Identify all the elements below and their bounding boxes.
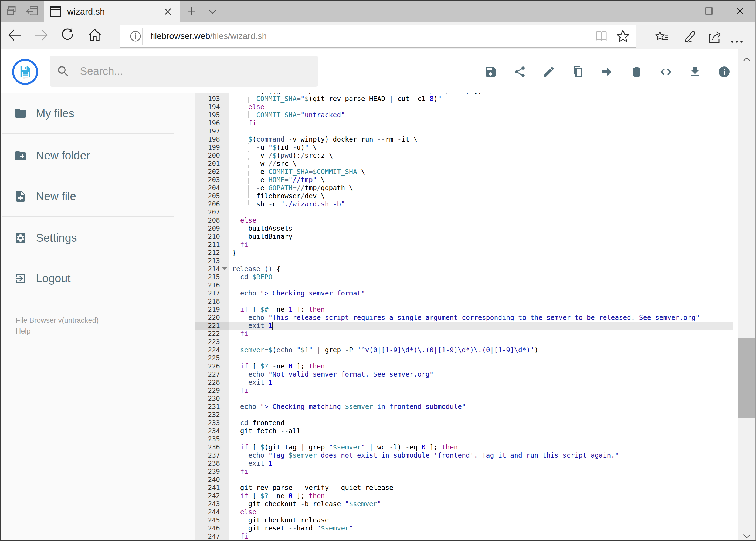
- scroll-down-icon[interactable]: [743, 534, 751, 538]
- code-row: 236 if [ $(git tag | grep "$semver" | wc…: [195, 443, 737, 451]
- code-row: 228 exit 1: [195, 378, 737, 386]
- browser-tab[interactable]: wizard.sh: [44, 1, 180, 22]
- code-row: 199 -u "$(id -u)" \: [195, 144, 737, 152]
- scrollbar-thumb[interactable]: [738, 338, 755, 418]
- refresh-icon[interactable]: [60, 27, 75, 42]
- line-number: 219: [195, 305, 220, 313]
- new-tab-icon[interactable]: [187, 7, 196, 15]
- browser-title-bar: wizard.sh: [0, 0, 756, 22]
- code-line: release () {: [232, 265, 280, 273]
- sidebar-item-new-folder[interactable]: New folder: [0, 147, 177, 164]
- search-icon: [57, 65, 69, 77]
- close-tab-icon[interactable]: [164, 8, 172, 16]
- line-number: 203: [195, 176, 220, 184]
- settings-icon: [14, 232, 27, 245]
- code-line: if [ $? -ne 0 ]; then: [232, 362, 325, 370]
- tab-list-icon[interactable]: [208, 9, 217, 14]
- code-row: 247 fi: [195, 532, 737, 540]
- code-row: 241 git rev-parse --verify --quiet relea…: [195, 484, 737, 492]
- line-number: 204: [195, 184, 220, 192]
- code-row: 195 COMMIT_SHA="untracked": [195, 111, 737, 119]
- sidebar-item-settings[interactable]: Settings: [0, 229, 177, 247]
- share-icon[interactable]: [707, 29, 722, 45]
- code-row: 226 if [ $? -ne 0 ]; then: [195, 362, 737, 370]
- code-line: git checkout -b release "$semver": [232, 500, 381, 508]
- code-row: 232: [195, 411, 737, 419]
- code-line: COMMIT_SHA="untracked": [232, 111, 345, 119]
- line-number: 205: [195, 192, 220, 200]
- tab-title: wizard.sh: [67, 1, 105, 22]
- save-icon[interactable]: [484, 65, 497, 78]
- window-border-left: [0, 0, 1, 541]
- active-line-highlight: [229, 322, 732, 330]
- share-nodes-icon[interactable]: [513, 65, 526, 78]
- code-row: 234 git fetch --all: [195, 427, 737, 435]
- close-window-icon[interactable]: [736, 7, 744, 15]
- web-notes-pen-icon[interactable]: [681, 29, 697, 45]
- text-cursor: [272, 322, 273, 330]
- code-row: 204 -e GOPATH=//tmp/gopath \: [195, 184, 737, 192]
- info-icon[interactable]: [130, 31, 141, 42]
- code-icon[interactable]: [659, 65, 672, 78]
- address-bar[interactable]: filebrowser.web/files/wizard.sh: [120, 25, 636, 48]
- code-line: echo "This release script requires a sin…: [232, 313, 700, 322]
- tab-preview-icon[interactable]: [6, 6, 17, 16]
- line-number: 215: [195, 273, 220, 281]
- line-number: 200: [195, 152, 220, 160]
- sidebar-item-my-files[interactable]: My files: [0, 105, 177, 122]
- code-row: 240: [195, 476, 737, 484]
- code-line: exit 1: [232, 322, 272, 330]
- help-link[interactable]: Help: [16, 327, 31, 335]
- sidebar-item-logout[interactable]: Logout: [0, 270, 177, 287]
- code-line: buildAssets: [232, 225, 293, 233]
- ellipsis-icon[interactable]: [729, 34, 744, 49]
- favorite-star-icon[interactable]: [617, 30, 629, 42]
- code-line: if [ $(git tag | grep "$semver" | wc -l)…: [232, 443, 458, 451]
- folder-icon: [14, 107, 27, 120]
- code-editor[interactable]: 192 if [ $(git rev-parse --is-inside-wor…: [195, 93, 737, 541]
- line-number: 214: [195, 265, 220, 273]
- code-row: 198 $(command -v winpty) docker run --rm…: [195, 135, 737, 144]
- code-line: -v /$(pwd):/src:z \: [232, 152, 333, 160]
- fold-caret-icon[interactable]: [222, 268, 227, 270]
- code-row: 243 git checkout -b release "$semver": [195, 500, 737, 508]
- code-line: semver=$(echo "$1" | grep -P '^v(0|[1-9]…: [232, 346, 539, 354]
- search-input[interactable]: Search...: [50, 56, 318, 87]
- code-row: 194 else: [195, 103, 737, 111]
- code-line: echo "> Checking semver format": [232, 289, 365, 297]
- pencil-icon[interactable]: [543, 65, 556, 78]
- code-row: 215 cd $REPO: [195, 273, 737, 281]
- hub-icon[interactable]: [654, 30, 670, 45]
- sidebar-item-new-file[interactable]: New file: [0, 188, 177, 205]
- line-number: 212: [195, 249, 220, 257]
- code-line: if [ $? -ne 0 ]; then: [232, 492, 325, 500]
- app-header: Search...: [0, 49, 737, 93]
- download-icon[interactable]: [688, 65, 701, 78]
- url-text: filebrowser.web/files/wizard.sh: [150, 25, 267, 47]
- sidebar-item-label: My files: [36, 105, 74, 122]
- sidebar-item-label: New file: [36, 188, 76, 205]
- line-number: 217: [195, 289, 220, 297]
- copy-icon[interactable]: [572, 65, 585, 78]
- set-tabs-aside-icon[interactable]: [26, 6, 38, 16]
- home-icon[interactable]: [87, 27, 102, 42]
- reading-view-icon[interactable]: [596, 31, 607, 41]
- back-icon[interactable]: [7, 28, 22, 43]
- line-number: 243: [195, 500, 220, 508]
- code-row: 221 exit 1: [195, 322, 737, 330]
- code-row: 206 sh -c "./wizard.sh -b": [195, 200, 737, 208]
- code-line: echo "Not valid semver format. See semve…: [232, 370, 434, 378]
- forward-icon[interactable]: [34, 28, 49, 43]
- code-line: fi: [232, 386, 248, 395]
- arrow-right-icon[interactable]: [601, 65, 614, 78]
- trash-icon[interactable]: [630, 65, 643, 78]
- code-line: cd frontend: [232, 419, 285, 427]
- line-number: 208: [195, 216, 220, 225]
- minimize-icon[interactable]: [674, 10, 682, 12]
- info-filled-icon[interactable]: [718, 65, 731, 78]
- code-row: 202 -e COMMIT_SHA=$COMMIT_SHA \: [195, 168, 737, 176]
- file-browser-logo[interactable]: [12, 59, 38, 85]
- page-scrollbar[interactable]: [738, 49, 756, 541]
- maximize-icon[interactable]: [705, 7, 712, 15]
- scroll-up-icon[interactable]: [743, 57, 751, 62]
